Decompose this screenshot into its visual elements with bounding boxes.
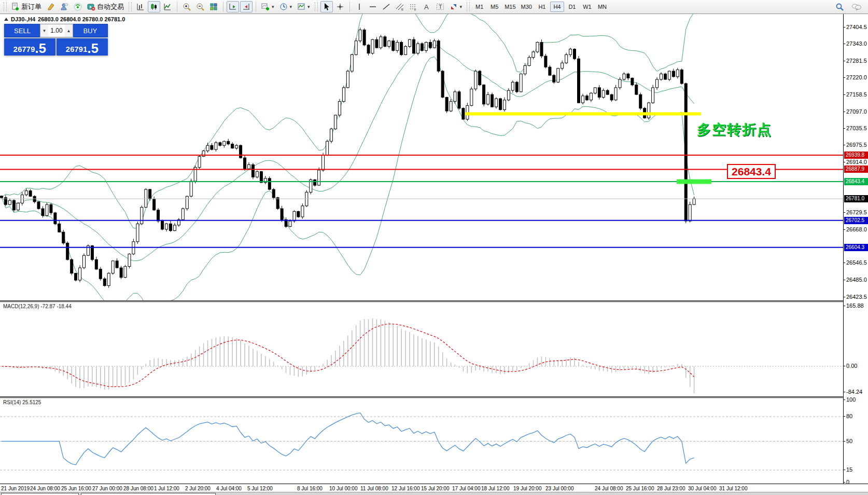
text-button[interactable]: A [421,1,433,12]
time-axis-label: 21 Jun 2019 [1,486,30,491]
metaeditor-button[interactable] [45,1,57,12]
dropdown-arrow-icon[interactable]: ▾ [460,4,463,9]
timeframe-m5[interactable]: M5 [487,2,501,12]
chat-button[interactable] [849,1,864,12]
search-icon [835,3,844,11]
chart-tab[interactable] [1,493,79,495]
line-chart-icon [163,3,172,11]
time-axis-label: 28 Jun 08:00 [123,486,153,491]
macd-axis-label: -84.24 [846,389,862,395]
time-axis-label: 24 Jul 08:00 [595,486,623,491]
price-tick: 27158.5 [846,91,867,98]
arrows-button[interactable]: ▾ [447,1,465,12]
add-indicator-icon [261,3,270,11]
channel-button[interactable]: E [394,1,406,12]
rsi-axis-label: 50 [846,438,852,444]
symbol-name: DJ30-,H4 [11,16,35,22]
vertical-line-button[interactable] [353,1,366,12]
buy-button[interactable]: BUY [73,24,108,37]
chat-bubbles-icon [851,3,862,11]
svg-text:F: F [414,8,416,11]
candlestick-icon [150,3,158,11]
fibonacci-button[interactable]: F [407,1,419,12]
main-toolbar: 新订单 [0,0,868,14]
buy-price-pips: .5 [88,42,99,54]
autotrade-button[interactable]: 自动交易 [85,1,126,12]
timeframe-m30[interactable]: M30 [519,2,534,12]
timeframe-mn[interactable]: MN [595,2,609,12]
price-tick: 26914.0 [846,159,867,165]
time-axis-label: 12 Jul 16:00 [391,486,420,491]
new-order-button[interactable]: 新订单 [9,1,44,12]
text-label-icon: T [436,3,444,11]
timeframe-d1[interactable]: D1 [565,2,579,12]
toolbar-grip[interactable] [4,2,7,11]
crosshair-button[interactable] [334,1,346,12]
toolbar-grip[interactable] [467,2,470,11]
clock-icon [279,3,288,11]
search-button[interactable] [833,1,846,12]
sell-price-main: 26779 [13,44,35,54]
line-chart-button[interactable] [161,1,174,12]
auto-scroll-button[interactable] [227,1,239,12]
price-badge: 26939.8 [844,152,868,159]
volume-decrease-button[interactable]: ▼ [40,24,48,37]
zoom-out-button[interactable] [194,1,206,12]
time-axis-label: 2 Jul 20:00 [185,486,211,491]
candlestick-chart-button[interactable] [148,1,160,12]
zoom-in-button[interactable] [180,1,193,12]
time-axis-label: 11 Jul 08:00 [360,486,388,491]
price-tick: 26668.0 [846,226,867,232]
timeframe-m1[interactable]: M1 [472,2,486,12]
price-tick: 26546.5 [846,259,867,266]
timeframe-h1[interactable]: H1 [535,2,549,12]
toolbar-grip[interactable] [315,2,318,11]
trendline-button[interactable] [380,1,393,12]
rsi-axis-label: 80 [846,413,852,419]
macd-pane-canvas[interactable] [0,302,843,396]
time-axis-label: 17 Jul 04:00 [452,486,481,491]
sell-button[interactable]: SELL [4,24,40,37]
periods-button[interactable]: ▾ [277,1,295,12]
tile-windows-button[interactable] [207,1,220,12]
sell-price[interactable]: 26779 .5 [4,38,55,56]
symbol-info[interactable]: DJ30-,H4 26803.0 26804.0 26780.0 26781.0 [4,16,125,22]
volume-increase-button[interactable]: ▲ [65,24,73,37]
text-label-button[interactable]: T [434,1,446,12]
rsi-axis-label: 0 [846,479,849,485]
price-callout-box: 26843.4 [727,164,776,179]
time-axis-label: 31 Jul 12:00 [719,486,748,491]
timeframe-h4[interactable]: H4 [550,2,564,12]
cursor-button[interactable] [320,1,333,12]
time-axis-label: 28 Jul 23:00 [657,486,685,491]
signal-waves-icon [74,3,82,11]
horizontal-line-button[interactable] [367,1,379,12]
timeframe-m15[interactable]: M15 [502,2,517,12]
signals-button[interactable] [72,1,84,12]
dropdown-arrow-icon[interactable]: ▾ [290,4,292,9]
indicators-button[interactable]: ▾ [259,1,276,12]
dropdown-arrow-icon[interactable]: ▾ [272,4,274,9]
macd-axis-label: 0.00 [846,363,857,369]
macd-label: MACD(12,26,9) -72.87 -18.44 [3,304,72,309]
trendline-icon [382,3,390,11]
rsi-pane-canvas[interactable] [0,398,843,484]
zoom-in-icon [183,3,191,11]
timeframe-w1[interactable]: W1 [580,2,594,12]
buy-price[interactable]: 26791 .5 [57,38,108,56]
chart-tab[interactable] [81,493,216,495]
svg-text:E: E [401,8,403,11]
templates-button[interactable]: ▾ [295,1,312,12]
window-tabs-strip[interactable] [0,492,868,495]
dropdown-arrow-icon[interactable]: ▾ [307,4,310,9]
main-chart-canvas[interactable] [0,14,843,300]
volume-input[interactable] [48,24,65,37]
sell-price-pips: .5 [35,42,47,54]
chart-shift-button[interactable] [240,1,253,12]
bar-chart-button[interactable] [134,1,147,12]
price-badge: 26887.9 [844,166,868,173]
toolbar-grip[interactable] [129,2,132,11]
price-tick: 26423.5 [846,294,867,300]
collapse-arrow-icon[interactable] [4,18,8,21]
mql5-community-button[interactable] [58,1,71,12]
